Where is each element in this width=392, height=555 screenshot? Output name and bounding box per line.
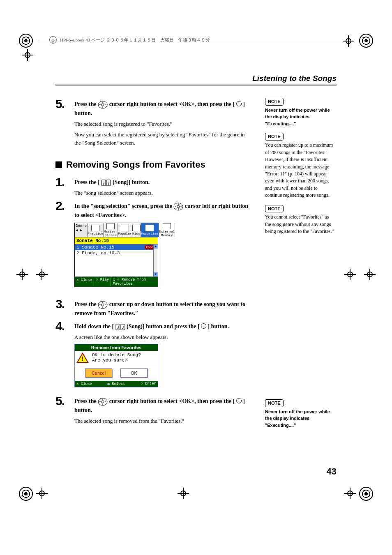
svg-point-9	[101, 304, 104, 306]
step-number: 4.	[55, 320, 74, 332]
note-4: NOTE Never turn off the power while the …	[265, 399, 336, 428]
step-desc: The selected song is removed from the "F…	[74, 417, 251, 425]
dialog-message: OK to delete Song? Are you sure?	[92, 352, 141, 363]
circle-button-icon	[236, 398, 242, 403]
step-desc: A screen like the one shown below appear…	[74, 333, 251, 341]
circle-button-icon	[236, 101, 242, 106]
dialog-title: Remove from Favorites	[75, 344, 158, 351]
svg-point-5	[108, 184, 109, 185]
side-column: NOTE Never turn off the power while the …	[265, 98, 336, 241]
circle-button-icon	[201, 323, 206, 329]
svg-rect-2	[101, 180, 106, 186]
crosshair-l	[16, 269, 28, 280]
note-label: NOTE	[265, 205, 284, 213]
step-instruction: Hold down the [ (Song)] button and press…	[74, 323, 229, 329]
note-text: You cannot select "Favorites" as the son…	[265, 214, 336, 235]
step-instruction: Press the cursor right button to select …	[74, 398, 245, 413]
footer-close: ✕ Close	[76, 278, 94, 286]
reg-mark-br	[359, 487, 373, 501]
page-title: Listening to the Songs	[252, 74, 337, 83]
cursor-icon	[173, 203, 183, 211]
song-icon	[101, 180, 111, 186]
warning-icon: !	[76, 352, 89, 363]
reg-mark-tl	[19, 34, 33, 48]
step-3: 3. Press the cursor up or down button to…	[55, 298, 251, 318]
page-number: 43	[327, 466, 337, 477]
svg-text:!: !	[81, 356, 85, 363]
step-number: 5.	[55, 395, 74, 407]
step-number: 2.	[55, 200, 74, 212]
note-1: NOTE Never turn off the power while the …	[265, 98, 336, 127]
genre-tab-masterpieces: Master-pieces	[104, 223, 118, 237]
note-text: Never turn off the power while the displ…	[265, 408, 336, 429]
note-label: NOTE	[265, 133, 284, 140]
footer-enter: ○ Enter	[141, 382, 156, 386]
print-header: ⊕ HPi-6-e.book 43 ページ ２００５年１１月１５日 火曜日 午後…	[49, 36, 343, 44]
scroll-up-icon: ▲	[154, 244, 158, 249]
reg-mark-tr	[359, 34, 373, 48]
genre-label: Genre◀ ▶	[75, 223, 88, 237]
step-5-register: 5. Press the cursor right button to sele…	[55, 98, 251, 147]
svg-rect-11	[121, 324, 125, 330]
song-icon	[115, 324, 125, 330]
svg-point-16	[101, 401, 104, 403]
step-number: 1.	[55, 176, 74, 188]
title-rule	[55, 85, 337, 85]
genre-tabs: Genre◀ ▶ Practice Master-pieces Popular …	[75, 223, 158, 237]
step-instruction: Press the cursor right button to select …	[74, 101, 245, 116]
list-item: 1 Sonate No.15 Check	[75, 244, 158, 250]
crosshair-r	[364, 269, 376, 280]
genre-tab-popular: Popular	[118, 223, 132, 237]
cursor-icon	[98, 301, 108, 309]
ok-button: OK	[120, 368, 148, 378]
song-list: 1 Sonate No.15 Check 2 Etude, op.10-3 ▲ …	[75, 244, 158, 277]
note-2: NOTE You can register up to a maximum of…	[265, 133, 336, 199]
scroll-down-icon: ▼	[154, 272, 158, 276]
genre-tab-favorites: Favorites	[141, 223, 159, 237]
svg-point-13	[122, 327, 123, 329]
step-instruction: Press the cursor up or down button to se…	[74, 301, 245, 316]
reg-mark-bl	[19, 487, 33, 501]
list-item: 2 Etude, op.10-3	[75, 250, 158, 256]
step-1: 1. Press the [ (Song)] button. The "song…	[55, 176, 251, 197]
crosshair-r2	[344, 269, 356, 280]
step-desc: The "song selection" screen appears.	[74, 189, 251, 197]
crosshair-tr	[343, 35, 354, 47]
step-desc-1: The selected song is registered to "Favo…	[74, 120, 251, 128]
footer-select: ◐ Select	[107, 382, 125, 386]
dialog-footer: ✕ Close ◐ Select ○ Enter	[75, 381, 158, 387]
step-number: 5.	[55, 98, 74, 110]
step-5-remove: 5. Press the cursor right button to sele…	[55, 395, 251, 425]
square-bullet-icon	[55, 161, 62, 168]
svg-point-4	[103, 184, 104, 185]
book-icon: ⊕	[49, 36, 57, 44]
crosshair-c	[178, 488, 189, 499]
crosshair-bl	[36, 488, 48, 499]
step-instruction: In the "song selection" screen, press th…	[74, 203, 248, 218]
genre-tab-practice: Practice	[88, 223, 104, 237]
selected-song-title: Sonate No.15	[75, 237, 158, 244]
svg-point-1	[101, 104, 104, 106]
note-text: You can register up to a maximum of 200 …	[265, 142, 336, 199]
step-instruction: Press the [ (Song)] button.	[74, 179, 150, 185]
crosshair-br	[344, 488, 356, 499]
step-2: 2. In the "song selection" screen, press…	[55, 200, 251, 219]
svg-point-12	[117, 327, 118, 329]
note-label: NOTE	[265, 98, 284, 106]
crosshair-tl	[22, 49, 33, 61]
step-desc-2: Now you can select the registered song b…	[74, 131, 251, 147]
footer-remove: ♫+○ Remove from Favorites	[113, 278, 156, 286]
header-text: HPi-6-e.book 43 ページ ２００５年１１月１５日 火曜日 午後３時…	[60, 37, 210, 43]
svg-point-7	[177, 205, 180, 208]
crosshair-l2	[36, 269, 48, 280]
step-4: 4. Hold down the [ (Song)] button and pr…	[55, 320, 251, 341]
step-number: 3.	[55, 298, 74, 310]
note-text: Never turn off the power while the displ…	[265, 107, 336, 127]
cursor-icon	[98, 398, 108, 406]
footer-close: ✕ Close	[76, 382, 92, 386]
note-3: NOTE You cannot select "Favorites" as th…	[265, 205, 336, 235]
scrollbar: ▲ ▼	[153, 244, 158, 276]
section-heading: Removing Songs from Favorites	[55, 159, 251, 170]
genre-tab-external: External Memory	[159, 223, 175, 237]
svg-rect-3	[106, 180, 111, 186]
